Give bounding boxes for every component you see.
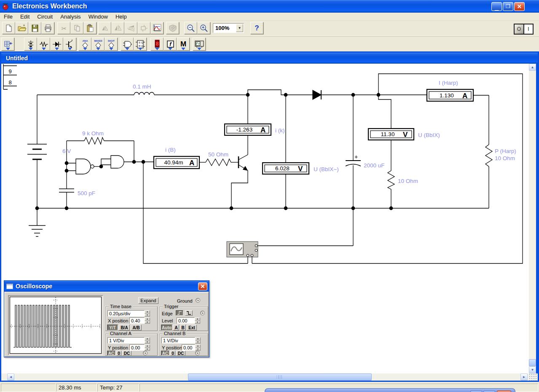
parts-bin-controls[interactable]: f: [164, 38, 177, 51]
feedback-resistor-component[interactable]: [67, 137, 134, 144]
yt-mode-button[interactable]: Y/T: [107, 325, 118, 330]
parts-bin-transistors[interactable]: [63, 38, 76, 51]
paste-button[interactable]: [83, 22, 97, 34]
resize-grip[interactable]: [529, 373, 538, 381]
x-position-spinner[interactable]: ▲▼: [145, 317, 150, 324]
ground-component[interactable]: [29, 208, 46, 236]
horizontal-scrollbar[interactable]: ◄ ►: [1, 373, 529, 381]
falling-edge-button[interactable]: [185, 310, 193, 316]
horizontal-scroll-thumb[interactable]: [188, 373, 372, 381]
close-button[interactable]: ✕: [514, 2, 525, 11]
scroll-right-button[interactable]: ►: [520, 373, 528, 381]
channel-b-scale-spinner[interactable]: ▲▼: [195, 337, 201, 344]
background-minimize-button[interactable]: [470, 390, 482, 392]
parts-bin-basic[interactable]: [37, 38, 50, 51]
channel-b-scale-field[interactable]: 1 V/Div: [161, 337, 195, 344]
channel-a-ypos-spinner[interactable]: ▲▼: [145, 344, 150, 351]
trigger-ext-button[interactable]: Ext: [187, 325, 197, 330]
channel-a-radio[interactable]: [143, 351, 147, 355]
ground-radio[interactable]: [196, 298, 200, 303]
ammeter-ib[interactable]: 40.94m A: [154, 156, 199, 169]
document-titlebar[interactable]: Untitled: [1, 53, 538, 64]
menu-help[interactable]: Help: [112, 13, 131, 20]
scroll-up-button[interactable]: ▲: [529, 64, 536, 71]
parts-bin-mixed-ics[interactable]: MIXED: [91, 38, 105, 51]
time-base-scale-field[interactable]: 0.20µs/div: [107, 310, 145, 317]
ba-mode-button[interactable]: B/A: [119, 325, 130, 330]
scroll-left-button[interactable]: ◄: [7, 373, 14, 381]
zoom-in-button[interactable]: [197, 22, 210, 34]
menu-window[interactable]: Window: [85, 13, 112, 20]
oscilloscope-window[interactable]: Oscilloscope ✕ Exp: [4, 280, 209, 357]
rising-edge-button[interactable]: [176, 310, 183, 316]
analysis-graphs-button[interactable]: [150, 22, 164, 34]
trigger-level-field[interactable]: 0.00: [177, 317, 195, 324]
trigger-b-button[interactable]: B: [180, 325, 186, 330]
vertical-scrollbar[interactable]: ▲ ▼: [529, 64, 536, 373]
parts-bin-instruments[interactable]: [193, 38, 206, 51]
channel-a-ac-button[interactable]: AC: [107, 351, 115, 356]
parts-bin-analog-ics[interactable]: ANA: [78, 38, 91, 51]
battery-component[interactable]: [27, 95, 47, 208]
channel-a-dc-button[interactable]: DC: [122, 351, 131, 356]
menu-edit[interactable]: Edit: [16, 13, 33, 20]
channel-b-ypos-spinner[interactable]: ▲▼: [195, 344, 201, 351]
channel-b-ac-button[interactable]: AC: [161, 351, 169, 356]
channel-b-ypos-field[interactable]: 0.00: [182, 344, 195, 351]
parts-bin-favorites[interactable]: [1, 38, 14, 51]
rotate-button[interactable]: [98, 22, 111, 34]
help-button[interactable]: ?: [250, 22, 263, 34]
combo-dropdown-arrow[interactable]: ▼: [236, 24, 243, 32]
minimize-button[interactable]: ▁: [491, 2, 502, 11]
ammeter-ik[interactable]: -1.263 A: [225, 124, 271, 135]
parts-bin-sources[interactable]: [24, 38, 37, 51]
menu-circuit[interactable]: Circuit: [33, 13, 56, 20]
oscilloscope-close-button[interactable]: ✕: [198, 282, 207, 290]
oscilloscope-component[interactable]: [227, 242, 258, 257]
transistor-component[interactable]: [231, 135, 248, 208]
oscilloscope-titlebar[interactable]: Oscilloscope ✕: [4, 281, 209, 292]
background-close-button[interactable]: [497, 390, 511, 392]
cut-button[interactable]: ✂: [57, 22, 70, 34]
flip-horizontal-button[interactable]: [111, 22, 124, 34]
x-position-field[interactable]: 0.40: [129, 317, 145, 324]
component-properties-button[interactable]: [166, 22, 179, 34]
zoom-level-select[interactable]: 100% ▼: [213, 23, 244, 33]
parts-bin-digital[interactable]: S Q R Q: [134, 38, 147, 51]
channel-b-dc-button[interactable]: DC: [176, 351, 185, 356]
new-button[interactable]: [2, 22, 15, 34]
flip-vertical-button[interactable]: [124, 22, 137, 34]
voltmeter-uout-ac[interactable]: 6.028 V: [263, 163, 309, 174]
menu-file[interactable]: File: [0, 13, 16, 20]
ab-mode-button[interactable]: A/B: [131, 325, 142, 330]
channel-a-scale-spinner[interactable]: ▲▼: [145, 337, 150, 344]
channel-b-zero-button[interactable]: 0: [170, 351, 175, 356]
parts-bin-digital-ics[interactable]: DIGIT: [105, 38, 118, 51]
save-button[interactable]: [28, 22, 41, 34]
background-maximize-button[interactable]: [483, 390, 495, 392]
output-capacitor-component[interactable]: [346, 95, 361, 208]
ammeter-iharp[interactable]: 1.130 A: [427, 89, 473, 101]
background-window-titlebar[interactable]: [265, 388, 515, 392]
create-subcircuit-button[interactable]: [137, 22, 150, 34]
voltmeter-uout[interactable]: 11.30 V: [368, 129, 414, 140]
load-resistor-component[interactable]: [485, 145, 492, 208]
channel-a-scale-field[interactable]: 1 V/Div: [107, 337, 145, 344]
trigger-a-button[interactable]: A: [173, 325, 179, 330]
trigger-radio[interactable]: [200, 311, 205, 315]
copy-button[interactable]: [70, 22, 83, 34]
expand-button[interactable]: Expand: [138, 297, 158, 304]
inductor-component[interactable]: [134, 92, 154, 95]
parts-bin-indicators[interactable]: 8: [150, 38, 164, 51]
trigger-level-spinner[interactable]: ▲▼: [195, 317, 200, 324]
time-base-scale-spinner[interactable]: ▲▼: [145, 310, 150, 317]
zoom-out-button[interactable]: [184, 22, 197, 34]
channel-a-zero-button[interactable]: 0: [116, 351, 121, 356]
vertical-scroll-thumb[interactable]: [529, 359, 536, 366]
parts-bin-logic-gates[interactable]: [121, 38, 134, 51]
parts-bin-miscellaneous[interactable]: M: [177, 38, 190, 51]
restore-button[interactable]: ❐: [503, 2, 513, 11]
diode-component[interactable]: [313, 90, 321, 99]
and-gate-component[interactable]: [111, 156, 124, 168]
channel-a-ypos-field[interactable]: 0.00: [129, 344, 145, 351]
